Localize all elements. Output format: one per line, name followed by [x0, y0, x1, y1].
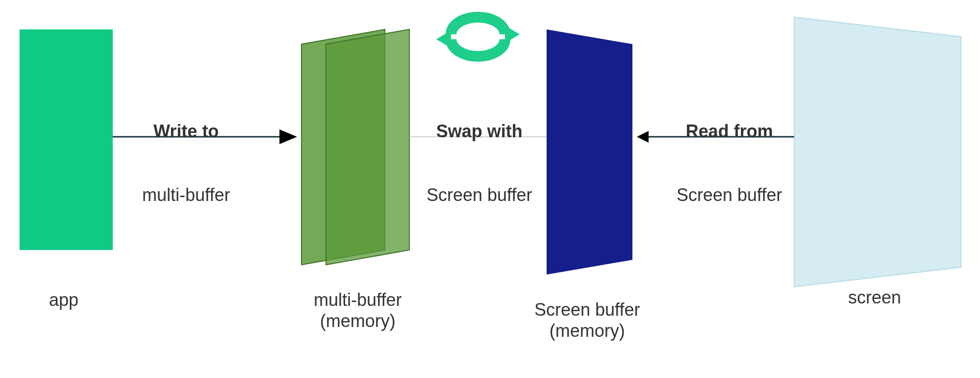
- label-swap: Swap with Screen buffer: [427, 78, 532, 248]
- label-read-sub: Screen buffer: [677, 184, 782, 205]
- swap-icon: [436, 17, 520, 56]
- svg-marker-3: [436, 30, 451, 48]
- label-app: app: [49, 289, 78, 310]
- screen-buffer-block: [547, 29, 632, 275]
- label-multi-buffer: multi-buffer (memory): [314, 289, 402, 331]
- screen-block: [794, 17, 961, 287]
- label-write-title: Write to: [142, 121, 230, 142]
- diagram-canvas: app multi-buffer (memory) Screen buffer …: [0, 0, 980, 378]
- label-read: Read from Screen buffer: [677, 78, 782, 248]
- label-write-sub: multi-buffer: [142, 184, 230, 205]
- multi-buffer-front: [326, 29, 409, 265]
- app-block: [20, 29, 113, 250]
- label-swap-sub: Screen buffer: [427, 184, 532, 205]
- label-screen: screen: [848, 287, 901, 308]
- label-swap-title: Swap with: [427, 121, 532, 142]
- label-write: Write to multi-buffer: [142, 78, 230, 248]
- label-read-title: Read from: [677, 121, 782, 142]
- label-screen-buffer: Screen buffer (memory): [534, 299, 640, 341]
